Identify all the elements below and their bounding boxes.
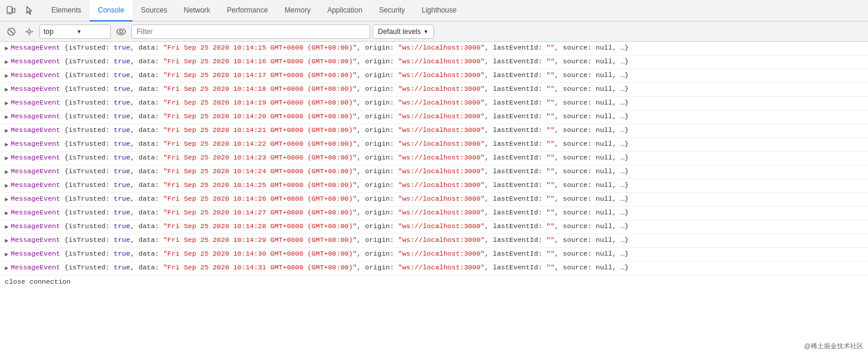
msg-origin-label: , origin: xyxy=(357,70,398,81)
msg-comma1: , data: xyxy=(130,262,163,273)
msg-origin-value: "ws://localhost:3000" xyxy=(398,139,485,149)
msg-last-event-value: "" xyxy=(546,97,555,108)
msg-type: MessageEvent xyxy=(11,97,60,108)
expand-arrow[interactable]: ► xyxy=(5,97,8,109)
expand-arrow[interactable]: ► xyxy=(5,262,8,274)
clear-console-button[interactable] xyxy=(4,24,19,39)
console-row[interactable]: ► MessageEvent {isTrusted: true , data: … xyxy=(0,97,868,110)
msg-comma1: , data: xyxy=(130,125,163,136)
msg-origin-value: "ws://localhost:3000" xyxy=(398,235,485,245)
msg-type: MessageEvent xyxy=(11,152,60,163)
console-row[interactable]: ► MessageEvent {isTrusted: true , data: … xyxy=(0,83,868,97)
expand-arrow[interactable]: ► xyxy=(5,207,8,219)
chevron-down-icon-levels: ▼ xyxy=(423,29,429,35)
msg-origin-value: "ws://localhost:3000" xyxy=(398,248,485,259)
expand-arrow[interactable]: ► xyxy=(5,111,8,123)
console-toolbar: top ▼ Default levels ▼ xyxy=(0,22,868,42)
expand-arrow[interactable]: ► xyxy=(5,70,8,82)
expand-arrow[interactable]: ► xyxy=(5,180,8,192)
expand-arrow[interactable]: ► xyxy=(5,194,8,205)
console-row[interactable]: ► MessageEvent {isTrusted: true , data: … xyxy=(0,110,868,124)
msg-data-value: "Fri Sep 25 2020 10:14:15 GMT+0800 (GMT+… xyxy=(163,42,356,53)
expand-arrow[interactable]: ► xyxy=(5,42,8,54)
msg-comma1: , data: xyxy=(130,97,163,108)
msg-origin-value: "ws://localhost:3000" xyxy=(398,166,485,177)
msg-last-event-label: , lastEventId: xyxy=(485,84,547,94)
tab-security[interactable]: Security xyxy=(371,0,413,22)
console-row[interactable]: ► MessageEvent {isTrusted: true , data: … xyxy=(0,138,868,152)
expand-arrow[interactable]: ► xyxy=(5,166,8,178)
expand-arrow[interactable]: ► xyxy=(5,235,8,247)
msg-origin-label: , origin: xyxy=(357,221,398,232)
msg-last-event-value: "" xyxy=(546,207,555,218)
tab-network[interactable]: Network xyxy=(176,0,218,22)
msg-last-event-label: , lastEventId: xyxy=(485,42,547,53)
msg-bool-value: true xyxy=(114,84,131,94)
eye-button[interactable] xyxy=(113,24,129,39)
msg-data-value: "Fri Sep 25 2020 10:14:16 GMT+0800 (GMT+… xyxy=(163,56,356,67)
console-row[interactable]: ► MessageEvent {isTrusted: true , data: … xyxy=(0,207,868,220)
tab-console[interactable]: Console xyxy=(90,0,133,22)
msg-bool-value: true xyxy=(114,194,131,204)
tab-sources[interactable]: Sources xyxy=(133,0,176,22)
tab-memory[interactable]: Memory xyxy=(276,0,319,22)
filter-input[interactable] xyxy=(131,24,370,39)
context-select[interactable]: top ▼ xyxy=(39,24,111,39)
svg-point-11 xyxy=(117,29,125,35)
tab-performance[interactable]: Performance xyxy=(218,0,276,22)
console-row[interactable]: ► MessageEvent {isTrusted: true , data: … xyxy=(0,262,868,275)
msg-type: MessageEvent xyxy=(11,262,60,273)
console-row[interactable]: ► MessageEvent {isTrusted: true , data: … xyxy=(0,220,868,234)
console-row[interactable]: ► MessageEvent {isTrusted: true , data: … xyxy=(0,234,868,248)
console-row[interactable]: ► MessageEvent {isTrusted: true , data: … xyxy=(0,165,868,179)
device-toggle-button[interactable] xyxy=(2,2,19,19)
expand-arrow[interactable]: ► xyxy=(5,139,8,151)
console-row[interactable]: ► MessageEvent {isTrusted: true , data: … xyxy=(0,152,868,165)
expand-arrow[interactable]: ► xyxy=(5,125,8,137)
watermark: @稀土掘金技术社区 xyxy=(804,342,863,351)
msg-origin-label: , origin: xyxy=(357,42,398,53)
console-row[interactable]: ► MessageEvent {isTrusted: true , data: … xyxy=(0,193,868,207)
expand-arrow[interactable]: ► xyxy=(5,56,8,68)
msg-last-event-value: "" xyxy=(546,42,555,53)
msg-data-value: "Fri Sep 25 2020 10:14:20 GMT+0800 (GMT+… xyxy=(163,111,356,122)
msg-type: MessageEvent xyxy=(11,248,60,259)
msg-plain: {isTrusted: xyxy=(60,221,114,232)
console-row[interactable]: ► MessageEvent {isTrusted: true , data: … xyxy=(0,248,868,262)
console-row[interactable]: ► MessageEvent {isTrusted: true , data: … xyxy=(0,56,868,69)
msg-last-event-label: , lastEventId: xyxy=(485,262,547,273)
console-row[interactable]: ► MessageEvent {isTrusted: true , data: … xyxy=(0,42,868,56)
msg-plain: {isTrusted: xyxy=(60,56,114,67)
tab-lighthouse[interactable]: Lighthouse xyxy=(413,0,465,22)
expand-arrow[interactable]: ► xyxy=(5,152,8,164)
console-row[interactable]: ► MessageEvent {isTrusted: true , data: … xyxy=(0,179,868,193)
console-settings-button[interactable] xyxy=(21,24,37,39)
tab-elements[interactable]: Elements xyxy=(43,0,90,22)
msg-plain: {isTrusted: xyxy=(60,125,114,136)
msg-type: MessageEvent xyxy=(11,56,60,67)
msg-source-label: , source: null, …} xyxy=(555,262,629,273)
msg-plain: {isTrusted: xyxy=(60,262,114,273)
console-row[interactable]: ► MessageEvent {isTrusted: true , data: … xyxy=(0,124,868,138)
msg-source-label: , source: null, …} xyxy=(555,97,629,108)
msg-origin-value: "ws://localhost:3000" xyxy=(398,125,485,136)
msg-last-event-label: , lastEventId: xyxy=(485,180,547,191)
console-row[interactable]: ► MessageEvent {isTrusted: true , data: … xyxy=(0,69,868,83)
levels-dropdown[interactable]: Default levels ▼ xyxy=(373,24,434,39)
msg-type: MessageEvent xyxy=(11,125,60,136)
expand-arrow[interactable]: ► xyxy=(5,221,8,233)
msg-last-event-value: "" xyxy=(546,111,555,122)
msg-source-label: , source: null, …} xyxy=(555,194,629,204)
expand-arrow[interactable]: ► xyxy=(5,84,8,96)
msg-last-event-value: "" xyxy=(546,125,555,136)
close-connection-row: close connection xyxy=(0,275,868,287)
expand-arrow[interactable]: ► xyxy=(5,248,8,260)
msg-origin-label: , origin: xyxy=(357,235,398,245)
msg-type: MessageEvent xyxy=(11,84,60,94)
msg-source-label: , source: null, …} xyxy=(555,221,629,232)
svg-point-6 xyxy=(28,30,31,33)
msg-source-label: , source: null, …} xyxy=(555,125,629,136)
msg-source-label: , source: null, …} xyxy=(555,56,629,67)
inspect-button[interactable] xyxy=(21,2,38,19)
tab-application[interactable]: Application xyxy=(319,0,371,22)
